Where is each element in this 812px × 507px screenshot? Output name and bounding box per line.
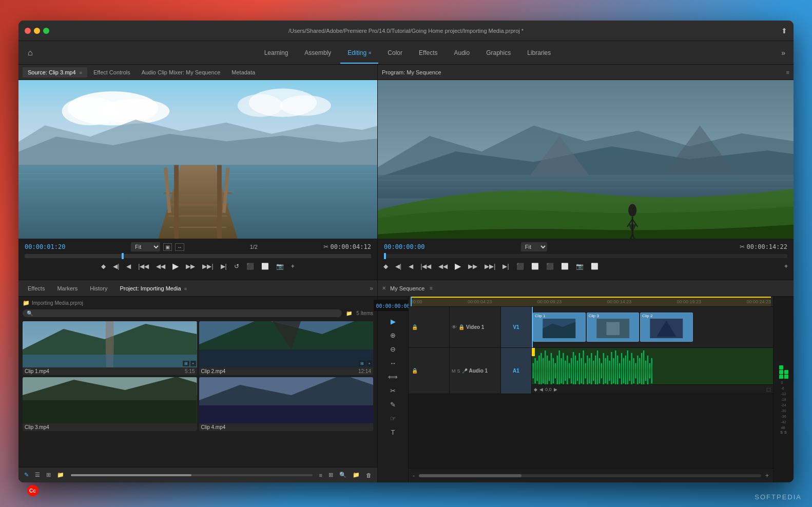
media-item-clip4[interactable]: Clip 4.mp4: [199, 377, 374, 431]
program-scrubber-thumb[interactable]: [384, 253, 386, 259]
program-step-back-one-btn[interactable]: ◀|: [394, 262, 403, 271]
source-play-back-btn[interactable]: ◀◀: [154, 262, 167, 271]
list-view-btn[interactable]: ☰: [33, 471, 42, 479]
effects-tab[interactable]: Effects: [23, 283, 50, 294]
source-scrubber[interactable]: [25, 254, 371, 258]
source-go-start-btn[interactable]: |◀◀: [137, 262, 150, 271]
source-clip-tab[interactable]: Source: Clip 3.mp4 ≡: [23, 67, 87, 77]
new-item-btn[interactable]: ✎: [23, 471, 30, 479]
source-add-to-btn[interactable]: +: [289, 262, 296, 271]
new-bin-btn[interactable]: 📁: [351, 471, 361, 479]
icon-view-btn[interactable]: ⊞: [45, 471, 52, 479]
program-trim-out-btn[interactable]: ⬜: [530, 262, 540, 271]
home-button[interactable]: ⌂: [23, 48, 38, 57]
program-fit-dropdown[interactable]: Fit Full 50%: [521, 242, 547, 251]
close-button[interactable]: [25, 28, 31, 34]
clip1-list-icon[interactable]: ⊞: [183, 361, 189, 366]
find-btn[interactable]: 🔍: [338, 471, 348, 479]
razor-tool[interactable]: ✂: [389, 385, 397, 396]
audio-track-content[interactable]: ◆ ◀ 0,0 ▶ ⬚: [532, 348, 773, 394]
video-clip-2[interactable]: Clip 2: [640, 313, 693, 342]
program-overwrite-btn[interactable]: ⬜: [559, 262, 570, 271]
program-insert-btn[interactable]: ⬛: [545, 262, 555, 271]
maximize-button[interactable]: [43, 28, 49, 34]
freeform-view-btn[interactable]: 📁: [55, 471, 66, 479]
audio-mute-btn[interactable]: M: [452, 368, 456, 374]
program-add-marker-btn[interactable]: ◆: [382, 262, 390, 271]
timeline-menu-icon[interactable]: ≡: [430, 285, 433, 291]
clip1-add-icon[interactable]: +: [190, 361, 196, 366]
timeline-ruler[interactable]: 00:00 00:00:04:23 00:00:09:23 00:00:14:2…: [409, 297, 773, 307]
audio-solo-btn[interactable]: S: [457, 368, 460, 374]
share-icon[interactable]: ⬆: [781, 27, 787, 35]
program-menu-icon[interactable]: ≡: [786, 69, 789, 75]
source-go-end-btn[interactable]: ▶▶|: [201, 262, 215, 271]
hand-tool[interactable]: ☞: [389, 413, 398, 424]
source-step-back-btn[interactable]: ◀: [125, 262, 132, 271]
source-safe-btn[interactable]: ↔: [175, 243, 184, 251]
tab-assembly[interactable]: Assembly: [297, 46, 338, 60]
new-folder-btn[interactable]: 📁: [344, 310, 354, 316]
source-insert-btn[interactable]: ⬛: [245, 262, 256, 271]
nav-overflow-button[interactable]: »: [777, 49, 789, 57]
program-export-frame-btn[interactable]: ⬜: [589, 262, 600, 271]
selection-tool[interactable]: ▶: [389, 316, 397, 327]
program-go-start-btn[interactable]: |◀◀: [419, 262, 433, 271]
history-tab[interactable]: History: [85, 283, 112, 294]
source-overwrite-btn[interactable]: ⬜: [260, 262, 270, 271]
video-sync-lock[interactable]: 🔒: [412, 324, 418, 330]
media-item-clip1[interactable]: ⊞ + Clip 1.mp4 5:15: [23, 321, 197, 375]
media-item-clip2[interactable]: ⊞ + Clip 2.mp4 12:14: [199, 321, 374, 375]
delete-btn[interactable]: 🗑: [364, 471, 373, 479]
source-step-back-one-btn[interactable]: ◀|: [111, 262, 121, 271]
clip2-add-icon[interactable]: +: [366, 361, 372, 366]
program-camera-btn[interactable]: 📷: [574, 262, 585, 271]
program-play-fwd-btn[interactable]: ▶▶: [467, 262, 479, 271]
clip2-list-icon[interactable]: ⊞: [359, 361, 365, 366]
program-play-btn[interactable]: ▶: [453, 260, 462, 272]
tab-libraries[interactable]: Libraries: [520, 46, 558, 60]
source-fit-dropdown[interactable]: Fit 25% 50% 100%: [131, 242, 160, 251]
ripple-edit-tool[interactable]: ⊖: [389, 344, 397, 355]
program-add-to-btn[interactable]: +: [783, 262, 789, 271]
effect-controls-tab[interactable]: Effect Controls: [88, 67, 136, 77]
project-importing-tab[interactable]: Project: Importing Media ≡: [114, 283, 192, 294]
tab-color[interactable]: Color: [380, 46, 410, 60]
video-track-content[interactable]: Clip 1 Clip 3: [532, 307, 773, 347]
source-scrubber-thumb[interactable]: [122, 253, 124, 259]
audio-clip-mixer-tab[interactable]: Audio Clip Mixer: My Sequence: [137, 67, 225, 77]
type-tool[interactable]: T: [390, 427, 397, 438]
audio-vol-up[interactable]: ▶: [554, 387, 557, 392]
work-area-bar[interactable]: [411, 297, 771, 306]
tab-effects[interactable]: Effects: [412, 46, 444, 60]
video-eye-btn[interactable]: 👁: [452, 324, 457, 330]
metadata-tab[interactable]: Metadata: [226, 67, 260, 77]
program-scrubber[interactable]: [384, 254, 787, 258]
audio-expand-btn[interactable]: ⬚: [766, 387, 771, 392]
sort-btn[interactable]: ≡: [318, 471, 324, 479]
audio-vol-down[interactable]: ◀: [539, 387, 543, 392]
video-clip-3[interactable]: Clip 3: [587, 313, 640, 342]
source-camera-btn[interactable]: 📷: [275, 262, 285, 271]
search-input-wrap[interactable]: 🔍: [23, 309, 342, 317]
tab-audio[interactable]: Audio: [447, 46, 477, 60]
source-play-btn[interactable]: ▶: [171, 260, 180, 272]
minimize-button[interactable]: [34, 28, 40, 34]
tab-learning[interactable]: Learning: [257, 46, 296, 60]
tab-graphics[interactable]: Graphics: [479, 46, 518, 60]
source-add-marker-btn[interactable]: ◆: [100, 262, 107, 271]
zoom-slider[interactable]: [71, 474, 313, 476]
markers-tab[interactable]: Markers: [52, 283, 83, 294]
pen-tool[interactable]: ✎: [389, 399, 397, 410]
timeline-zoom-out-btn[interactable]: -: [413, 472, 415, 479]
tab-editing[interactable]: Editing ≡: [340, 46, 378, 60]
slip-tool[interactable]: ⟺: [386, 372, 399, 382]
program-step-back-btn[interactable]: ◀: [407, 262, 415, 271]
timeline-zoom-bar[interactable]: [419, 474, 761, 477]
source-step-fwd-btn[interactable]: ▶|: [219, 262, 228, 271]
audio-keyframe-icon[interactable]: ◆: [534, 387, 537, 392]
rate-stretch-tool[interactable]: ↔: [388, 358, 398, 368]
source-marker-btn[interactable]: ▣: [163, 243, 172, 251]
program-step-fwd-btn[interactable]: ▶|: [501, 262, 510, 271]
program-play-back-btn[interactable]: ◀◀: [437, 262, 449, 271]
